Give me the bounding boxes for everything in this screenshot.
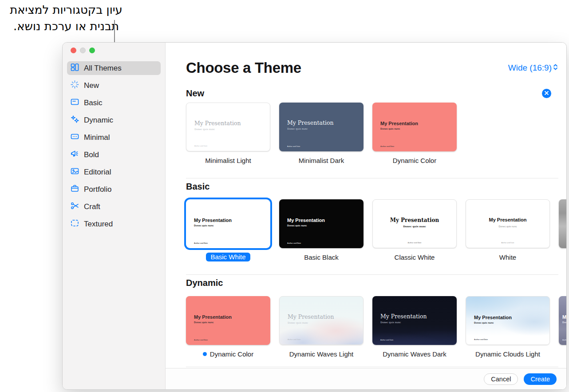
traffic-lights	[63, 43, 165, 61]
theme-tile: My Presentation Donec quis nunc Author a…	[372, 103, 457, 165]
slide-byline: Author and Date	[380, 145, 394, 147]
slide-byline: Author and Date	[288, 338, 300, 341]
theme-card-dynamic-clouds-light[interactable]: My Presentation Donec quis nunc Author a…	[466, 296, 550, 345]
sidebar-item-label: Bold	[84, 150, 99, 159]
new-burst-icon	[71, 80, 79, 91]
theme-card-dynamic-color[interactable]: My Presentation Donec quis nunc Author a…	[372, 103, 457, 151]
slide-byline: Author and Date	[287, 242, 301, 244]
sidebar-item-label: All Themes	[84, 64, 122, 73]
slide-title: My Presentation	[474, 315, 512, 320]
theme-label: Dynamic Color	[393, 155, 436, 165]
theme-card-white[interactable]: My Presentation Donec quis nunc Author a…	[466, 199, 550, 248]
slide-byline: Author and Date	[562, 339, 566, 341]
close-icon	[544, 90, 549, 97]
theme-card-dynamic-waves-light[interactable]: My Presentation Donec quis nunc Author a…	[279, 296, 364, 345]
theme-tile: My Presentation Donec quis nunc Author a…	[186, 103, 270, 165]
sidebar-item-all-themes[interactable]: All Themes	[67, 61, 161, 75]
theme-label: Basic Black	[304, 252, 339, 262]
theme-card-dynamic-color[interactable]: My Presentation Donec quis nunc Author a…	[186, 296, 270, 345]
sidebar-item-label: Portfolio	[84, 185, 111, 194]
cancel-button[interactable]: Cancel	[484, 373, 518, 385]
sidebar: All Themes New Basic Dynamic Minimal Bol…	[63, 43, 166, 389]
section-dynamic-title: Dynamic	[186, 278, 566, 288]
sidebar-item-dynamic[interactable]: Dynamic	[67, 113, 161, 127]
slide-title: My Presentation	[194, 314, 232, 320]
theme-card-minimalist-dark[interactable]: My Presentation Donec quis nunc Author a…	[279, 103, 364, 151]
sidebar-item-label: New	[84, 81, 99, 90]
sidebar-item-minimal[interactable]: Minimal	[67, 131, 161, 144]
slide-title: My Presentation	[194, 120, 241, 127]
theme-tile: My Presentation Donec quis nunc Author a…	[279, 103, 364, 165]
slide-byline: Author and Date	[194, 242, 208, 244]
theme-card-partial[interactable]: My Presentation Donec quis nunc Author a…	[559, 296, 566, 345]
theme-tile-partial	[559, 199, 566, 262]
theme-tile: My Presentation Donec quis nunc Author a…	[466, 199, 550, 262]
slide-title: My Presentation	[288, 313, 334, 320]
section-dynamic: Dynamic My Presentation Donec quis nunc …	[186, 274, 566, 359]
section-new-title: New	[186, 88, 204, 99]
theme-label: Dynamic Color	[203, 349, 253, 359]
sidebar-item-editorial[interactable]: Editorial	[67, 165, 161, 179]
slide-byline: Author and Date	[373, 242, 456, 244]
sidebar-item-new[interactable]: New	[67, 79, 161, 92]
slide-title: My Presentation	[380, 313, 427, 320]
section-divider	[186, 367, 558, 367]
theme-card-minimalist-light[interactable]: My Presentation Donec quis nunc Author a…	[186, 103, 270, 151]
slide-title: My Presentation	[287, 119, 334, 126]
slide-byline: Author and Date	[194, 339, 208, 341]
section-divider	[186, 178, 558, 178]
slide-subtitle: Donec quis nunc	[288, 321, 308, 324]
sidebar-item-textured[interactable]: Textured	[67, 217, 161, 231]
theme-card-basic-black[interactable]: My Presentation Donec quis nunc Author a…	[279, 199, 364, 248]
theme-card-classic-white[interactable]: My Presentation Donec quis nunc Author a…	[372, 199, 457, 248]
slide-subtitle: Donec quis nunc	[287, 224, 307, 227]
sidebar-item-label: Craft	[84, 202, 100, 211]
theme-label: White	[499, 252, 516, 262]
minimize-window-button[interactable]	[80, 48, 86, 53]
sidebar-item-craft[interactable]: Craft	[67, 200, 161, 214]
selected-theme-badge: Basic White	[206, 252, 250, 262]
dismiss-new-section-button[interactable]	[542, 89, 551, 98]
theme-tile: My Presentation Donec quis nunc Author a…	[466, 296, 550, 359]
new-theme-dot	[203, 352, 207, 356]
theme-tile: My Presentation Donec quis nunc Author a…	[372, 199, 457, 262]
slide-title: My Presentation	[466, 217, 549, 222]
slide-subtitle: Donec quis nunc	[380, 127, 400, 130]
slide-size-selector[interactable]: Wide (16:9)	[508, 63, 558, 73]
sparkles-icon	[71, 115, 79, 126]
dialog-footer: Cancel Create	[166, 368, 566, 389]
slide-title: My Presentation	[194, 218, 232, 223]
callout-text: עיון בקטגוריות למציאת תבנית או ערכת נושא…	[1, 2, 131, 35]
slide-subtitle: Donec quis nunc	[380, 321, 401, 324]
theme-tile: My Presentation Donec quis nunc Author a…	[372, 296, 457, 359]
sidebar-item-portfolio[interactable]: Portfolio	[67, 182, 161, 196]
theme-card-dynamic-waves-dark[interactable]: My Presentation Donec quis nunc Author a…	[372, 296, 457, 345]
all-themes-icon	[71, 63, 79, 74]
theme-label: Dynamic Clouds Light	[475, 349, 540, 359]
sidebar-item-bold[interactable]: Bold	[67, 148, 161, 162]
theme-card-basic-white-selected[interactable]: My Presentation Donec quis nunc Author a…	[186, 199, 270, 248]
megaphone-icon	[71, 150, 79, 160]
create-button[interactable]: Create	[524, 373, 557, 385]
theme-label: Classic White	[395, 252, 435, 262]
sidebar-item-label: Textured	[84, 220, 113, 229]
section-basic: Basic My Presentation Donec quis nunc Au…	[186, 178, 566, 262]
slide-byline: Author and Date	[474, 338, 488, 341]
theme-label: Minimalist Dark	[299, 155, 344, 165]
slide-subtitle: Donec quis nunc	[194, 224, 213, 227]
main-area: Wide (16:9) Choose a Theme New My Presen…	[166, 43, 566, 389]
slide-subtitle: Donec quis nunc	[562, 321, 566, 324]
sidebar-item-basic[interactable]: Basic	[67, 96, 161, 110]
section-basic-title: Basic	[186, 182, 566, 192]
briefcase-icon	[71, 184, 79, 195]
theme-tile: My Presentation Donec quis nunc Author a…	[186, 199, 270, 262]
close-window-button[interactable]	[71, 48, 76, 53]
slide-title: My Presentation	[373, 217, 456, 223]
zoom-window-button[interactable]	[89, 48, 95, 53]
slide-subtitle: Donec quis nunc	[474, 321, 494, 324]
slide-subtitle: Donec quis nunc	[466, 225, 549, 228]
slide-byline: Author and Date	[194, 145, 207, 147]
sidebar-item-label: Editorial	[84, 168, 111, 177]
theme-card-partial[interactable]	[559, 199, 566, 248]
sidebar-item-label: Minimal	[84, 133, 110, 142]
